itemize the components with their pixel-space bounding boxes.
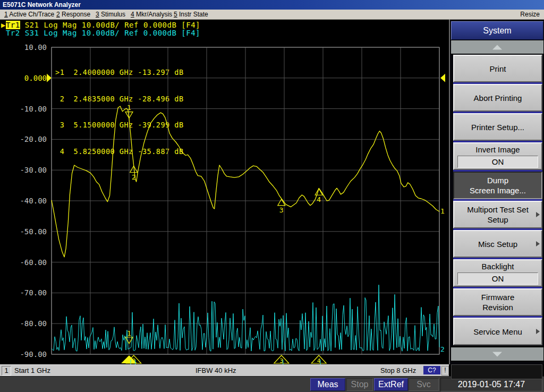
- app-window: E5071C Network Analyzer 1 Active Ch/Trac…: [0, 0, 544, 392]
- softkey-multiport-test-set-setup[interactable]: Multiport Test SetSetup: [453, 201, 542, 228]
- stop-frequency-label: Stop 8 GHz: [380, 367, 416, 374]
- window-title: E5071C Network Analyzer: [3, 1, 81, 8]
- ref-level-arrow-left-icon: [47, 74, 52, 82]
- menu-instr-state[interactable]: 5 Instr State: [174, 11, 208, 18]
- y-axis-tick-label: -90.00: [20, 350, 47, 359]
- softkey-print[interactable]: Print: [453, 55, 542, 82]
- chevron-up-icon: [492, 45, 502, 49]
- y-axis-tick-label: -30.00: [20, 166, 47, 174]
- menu-bar: 1 Active Ch/Trace 2 Response 3 Stimulus …: [0, 10, 544, 20]
- softkey-menu-title: System: [451, 21, 543, 40]
- stimulus-marker-3-number: 3: [279, 357, 283, 364]
- softkey-service-menu[interactable]: Service Menu: [453, 318, 542, 345]
- submenu-arrow-icon: [536, 241, 540, 246]
- tr2-marker-1-label: 1: [127, 329, 131, 337]
- datetime-display: 2019-01-05 17:47: [440, 378, 542, 391]
- softkey-scroll-down-button[interactable]: [450, 347, 544, 361]
- y-axis-tick-label: -70.00: [20, 288, 47, 297]
- y-axis-tick-label: 0.000: [24, 74, 47, 82]
- softkey-dump-screen-image[interactable]: DumpScreen Image...: [453, 172, 542, 199]
- channel-number-box: 1: [2, 366, 11, 376]
- marker-4-label: 4: [317, 195, 321, 203]
- start-frequency-label: Start 1 GHz: [14, 367, 50, 374]
- softkey-abort-printing[interactable]: Abort Printing: [453, 84, 542, 112]
- trace-1-end-number: 1: [440, 207, 445, 215]
- menu-response[interactable]: 2 Response: [56, 11, 90, 18]
- y-axis-tick-label: -80.00: [20, 319, 47, 328]
- menu-resize[interactable]: Resize: [520, 11, 540, 18]
- ifbw-label: IFBW 40 kHz: [196, 367, 236, 374]
- backlight-state: ON: [457, 272, 538, 285]
- title-bar: E5071C Network Analyzer: [0, 0, 544, 10]
- y-axis-tick-label: -20.00: [20, 135, 47, 143]
- softkey-firmware-revision[interactable]: FirmwareRevision: [453, 288, 542, 316]
- softkey-end-panel: [451, 364, 542, 379]
- chevron-down-icon: [492, 352, 502, 356]
- y-axis-tick-label: -50.00: [20, 227, 47, 236]
- ref-level-arrow-right-icon: [440, 74, 445, 82]
- softkey-sidebar: System Print Abort Printing Printer Setu…: [449, 20, 544, 364]
- marker-1-label: 1: [127, 104, 131, 112]
- submenu-arrow-icon: [536, 329, 540, 334]
- grid-lines: [52, 47, 439, 354]
- calibration-status-badge: C?: [423, 366, 440, 374]
- menu-mkr-analysis[interactable]: 4 Mkr/Analysis: [131, 11, 172, 18]
- menu-stimulus[interactable]: 3 Stimulus: [96, 11, 125, 18]
- warning-badge: !: [441, 366, 449, 376]
- marker-3-label: 3: [279, 206, 284, 214]
- status-svc: Svc: [409, 378, 439, 391]
- menu-active-ch-trace[interactable]: 1 Active Ch/Trace: [4, 11, 54, 18]
- status-meas: Meas: [310, 378, 345, 391]
- stimulus-status-bar: 1 Start 1 GHz IFBW 40 kHz Stop 8 GHz C? …: [0, 364, 449, 376]
- submenu-arrow-icon: [536, 212, 540, 217]
- softkey-invert-image[interactable]: Invert ImageON: [453, 142, 542, 170]
- trace-2-end-number: 2: [440, 345, 445, 353]
- y-axis-tick-label: -60.00: [20, 258, 47, 267]
- invert-image-state: ON: [457, 156, 538, 168]
- y-axis-tick-label: 10.00: [24, 43, 47, 52]
- y-axis-tick-label: -40.00: [20, 197, 47, 205]
- y-axis-tick-label: -10.00: [20, 105, 47, 113]
- graticule-canvas: 10.000.000-10.00-20.00-30.00-40.00-50.00…: [0, 20, 449, 364]
- softkey-misc-setup[interactable]: Misc Setup: [453, 230, 542, 258]
- softkey-backlight[interactable]: BacklightON: [453, 259, 542, 287]
- marker-2-label: 2: [132, 173, 136, 181]
- status-extref: ExtRef: [374, 378, 408, 391]
- softkey-list: Print Abort Printing Printer Setup... In…: [453, 55, 542, 345]
- softkey-scroll-up-button[interactable]: [450, 40, 544, 54]
- stimulus-marker-2-number: 2: [132, 357, 135, 364]
- status-stop: Stop: [346, 378, 373, 391]
- softkey-printer-setup[interactable]: Printer Setup...: [453, 113, 542, 141]
